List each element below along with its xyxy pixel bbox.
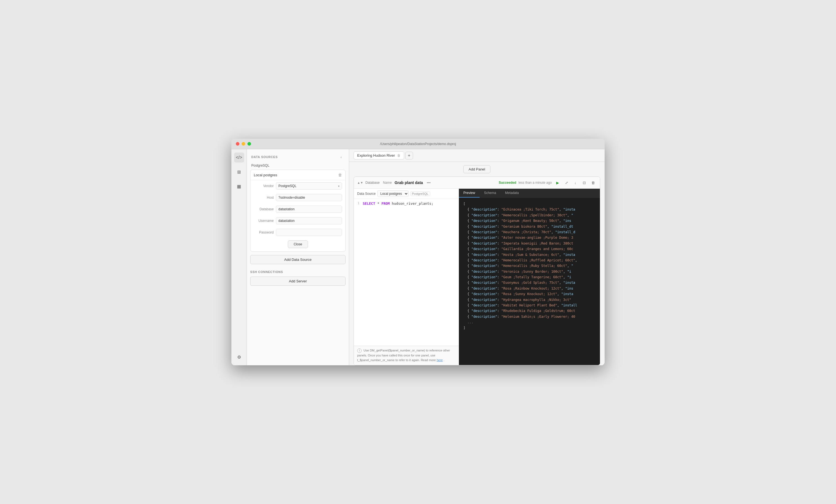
chevron-down-icon: ▾ bbox=[338, 185, 340, 188]
query-panel: ▲ ▼ Database Name Grab plant data ••• Su… bbox=[354, 177, 600, 365]
json-row-5: { "description": "Aster novae-angliae ;P… bbox=[463, 235, 595, 240]
results-content: [ { "description": "Echinacea ;Tiki Torc… bbox=[459, 198, 600, 365]
sidebar-gear-icon[interactable]: ⚙ bbox=[234, 352, 244, 362]
datasource-bar-label: Data Source bbox=[357, 192, 376, 196]
data-panel-header: DATA SOURCES ‹ bbox=[247, 149, 349, 162]
json-row-8: { "description": "Hosta ;Sum & Substance… bbox=[463, 252, 595, 257]
tab-label: Exploring Hudson River bbox=[357, 153, 395, 157]
db-badge: PostgreSQL bbox=[410, 192, 430, 196]
tab-schema[interactable]: Schema bbox=[480, 189, 501, 198]
chevron-down-icon2: ▼ bbox=[360, 181, 363, 184]
sidebar-code-icon[interactable]: </> bbox=[234, 153, 244, 162]
hint-text: Use DM_getPanel($panel_number_or_name) t… bbox=[357, 349, 450, 362]
data-sources-title: DATA SOURCES bbox=[251, 155, 278, 159]
line-number-1: 1 bbox=[354, 201, 363, 205]
panel-area: Add Panel ▲ ▼ Database Name Grab plant d… bbox=[349, 162, 605, 365]
json-row-16: { "description": "Hydrangea macrophylla … bbox=[463, 297, 595, 303]
hint-link[interactable]: here bbox=[437, 358, 443, 362]
tab-metadata[interactable]: Metadata bbox=[501, 189, 523, 198]
code-symbol: </> bbox=[236, 155, 242, 160]
run-query-button[interactable]: ▶ bbox=[554, 179, 561, 186]
download-results-button[interactable]: ↓ bbox=[572, 179, 579, 186]
host-label: Host bbox=[254, 196, 274, 199]
title-bar: /Users/philipeaton/DataStationProjects/d… bbox=[231, 139, 605, 149]
json-row-7: { "description": "Gaillardia ;Oranges an… bbox=[463, 246, 595, 252]
delete-source-icon[interactable]: 🗑 bbox=[338, 173, 342, 177]
database-label: Database bbox=[254, 207, 274, 211]
sidebar-grid-icon[interactable]: ⊞ bbox=[234, 167, 244, 177]
app-body: </> ⊞ ▦ ⚙ DATA SOURCES ‹ PostgreSQL Loca bbox=[231, 149, 605, 365]
close-source-button[interactable]: Close bbox=[288, 240, 308, 248]
close-button[interactable] bbox=[236, 142, 240, 146]
datasource-bar: Data Source Local postgres PostgreSQL bbox=[354, 189, 459, 199]
window-title: /Users/philipeaton/DataStationProjects/d… bbox=[380, 142, 456, 146]
tab-close-icon[interactable]: 🗑 bbox=[397, 154, 401, 157]
panel-action-icons: ▶ ⤢ ↓ ⊡ 🗑 bbox=[554, 179, 596, 186]
hint-bar: i Use DM_getPanel($panel_number_or_name)… bbox=[354, 346, 459, 365]
icon-sidebar: </> ⊞ ▦ ⚙ bbox=[231, 149, 247, 365]
vendor-select[interactable]: PostgreSQL MySQL SQLite bbox=[279, 184, 338, 188]
query-panel-header: ▲ ▼ Database Name Grab plant data ••• Su… bbox=[354, 177, 600, 189]
vendor-row: Vendor PostgreSQL MySQL SQLite ▾ bbox=[250, 180, 345, 192]
add-panel-button[interactable]: Add Panel bbox=[463, 165, 490, 173]
collapse-panel-button[interactable]: ‹ bbox=[338, 154, 344, 160]
json-row-1: { "description": "Hemerocallis ;Spellbin… bbox=[463, 212, 595, 218]
data-source-card: Local postgres 🗑 Vendor PostgreSQL MySQL… bbox=[250, 170, 346, 252]
sql-code-area[interactable]: 1 SELECT * FROM hudson_river_plants; bbox=[354, 199, 459, 346]
password-row: Password bbox=[250, 227, 345, 238]
results-tabs: Preview Schema Metadata bbox=[459, 189, 600, 198]
json-row-18: { "description": "Rhudebeckia Fuldiga ;G… bbox=[463, 308, 595, 314]
app-window: /Users/philipeaton/DataStationProjects/d… bbox=[231, 139, 605, 365]
sql-editor: Data Source Local postgres PostgreSQL 1 bbox=[354, 189, 459, 365]
main-content: Exploring Hudson River 🗑 + Add Panel ▲ bbox=[349, 149, 605, 365]
panel-collapse-icons[interactable]: ▲ ▼ bbox=[357, 181, 363, 184]
username-label: Username bbox=[254, 219, 274, 223]
query-body: Data Source Local postgres PostgreSQL 1 bbox=[354, 189, 600, 365]
panel-name-value: Grab plant data bbox=[395, 180, 423, 185]
json-row-17: { "description": "Habitat Heliport Plant… bbox=[463, 303, 595, 308]
data-sources-panel: DATA SOURCES ‹ PostgreSQL Local postgres… bbox=[247, 149, 349, 365]
chevron-up-icon: ▲ bbox=[357, 181, 360, 184]
password-label: Password bbox=[254, 230, 274, 234]
sidebar-calendar-icon[interactable]: ▦ bbox=[234, 181, 244, 191]
delete-panel-button[interactable]: 🗑 bbox=[589, 179, 596, 186]
active-tab[interactable]: Exploring Hudson River 🗑 bbox=[354, 151, 404, 159]
username-row: Username bbox=[250, 215, 345, 227]
results-panel: Preview Schema Metadata [ { "description… bbox=[459, 189, 600, 365]
minimize-button[interactable] bbox=[242, 142, 245, 146]
username-input[interactable] bbox=[276, 217, 342, 225]
hint-period: . bbox=[444, 358, 444, 362]
panel-menu-button[interactable]: ••• bbox=[425, 180, 432, 186]
json-row-6: { "description": "Imperata koenigii ;Red… bbox=[463, 241, 595, 246]
json-row-0: { "description": "Echinacea ;Tiki Torch;… bbox=[463, 207, 595, 212]
expand-panel-button[interactable]: ⤢ bbox=[563, 179, 570, 186]
host-input[interactable] bbox=[276, 194, 342, 201]
add-panel-row: Add Panel bbox=[354, 165, 600, 173]
json-row-19: { "description": "Helenium Sahin;s ;Earl… bbox=[463, 314, 595, 319]
gear-symbol: ⚙ bbox=[237, 354, 241, 360]
json-row-15: { "description": "Rosa ;Sunny Knockout; … bbox=[463, 291, 595, 297]
status-time-label: less than a minute ago bbox=[518, 181, 552, 185]
password-input[interactable] bbox=[276, 229, 342, 236]
add-server-button[interactable]: Add Server bbox=[250, 277, 346, 286]
json-row-12: { "description": "Geum ;Totally Tangerin… bbox=[463, 274, 595, 280]
data-source-name: Local postgres bbox=[254, 173, 277, 177]
datasource-select[interactable]: Local postgres bbox=[377, 190, 408, 197]
tab-preview[interactable]: Preview bbox=[459, 189, 480, 198]
json-row-3: { "description": "Geranium biokora 80ct"… bbox=[463, 224, 595, 229]
hint-icon: i bbox=[357, 348, 362, 353]
ssh-section: SSH CONNECTIONS Add Server bbox=[247, 270, 349, 289]
json-row-14: { "description": "Rosa ;Rainbow Knockout… bbox=[463, 286, 595, 291]
database-input[interactable] bbox=[276, 206, 342, 213]
json-open-bracket: [ bbox=[463, 201, 595, 207]
traffic-lights bbox=[236, 142, 251, 146]
add-tab-button[interactable]: + bbox=[405, 152, 413, 159]
maximize-button[interactable] bbox=[247, 142, 251, 146]
json-row-13: { "description": "Euonymus ;Gold Splash;… bbox=[463, 280, 595, 286]
code-line-1: 1 SELECT * FROM hudson_river_plants; bbox=[354, 201, 459, 206]
data-source-card-header: Local postgres 🗑 bbox=[250, 170, 345, 180]
status-succeeded-label: Succeeded bbox=[499, 181, 516, 185]
add-data-source-button[interactable]: Add Data Source bbox=[250, 255, 346, 264]
toggle-results-button[interactable]: ⊡ bbox=[581, 179, 588, 186]
database-row: Database bbox=[250, 203, 345, 215]
